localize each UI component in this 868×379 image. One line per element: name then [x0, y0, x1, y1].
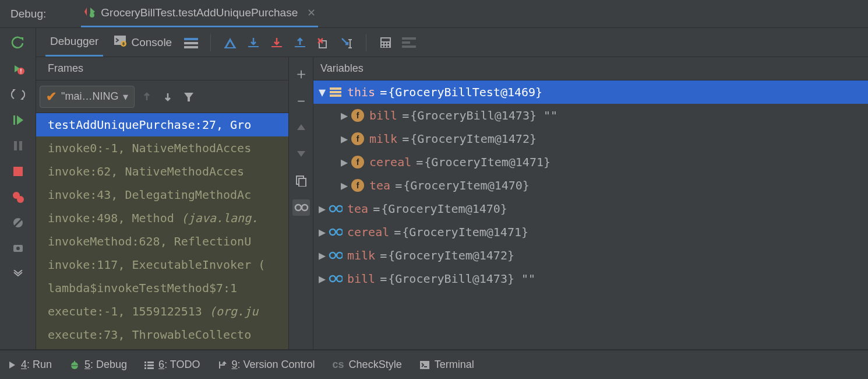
variable-row[interactable]: ▶ftea= {GroceryItem@1470} [313, 174, 868, 197]
toolwindow-version-control[interactable]: 9: Version Control [217, 359, 315, 371]
rerun-button[interactable] [9, 35, 27, 51]
drop-frame-button[interactable] [315, 34, 332, 51]
pause-button[interactable] [9, 138, 27, 154]
tab-debugger[interactable]: Debugger [45, 28, 103, 57]
variable-row[interactable]: ▼this= {GroceryBillTest@1469} [313, 80, 868, 104]
frame-row[interactable]: invoke:43, DelegatingMethodAc [36, 183, 288, 206]
mute-breakpoints-button[interactable] [9, 215, 27, 231]
svg-point-0 [90, 13, 94, 17]
move-watch-up-button[interactable] [292, 119, 310, 135]
chevron-down-icon: ▾ [123, 90, 128, 103]
toolwindow-bar: 4: Run 5: Debug 6: TODO 9: Version Contr… [0, 350, 868, 379]
toolwindow-terminal[interactable]: Terminal [419, 359, 474, 371]
debug-tab-bar: Debug: GroceryBillTest.testAddUniquePurc… [0, 0, 868, 28]
prev-frame-button[interactable] [138, 88, 156, 106]
svg-point-50 [330, 252, 336, 258]
rerun-failed-button[interactable]: ! [9, 61, 27, 77]
threads-view-icon[interactable] [182, 34, 200, 51]
step-into-button[interactable] [268, 34, 285, 51]
get-thread-dump-button[interactable] [9, 240, 27, 257]
svg-rect-60 [147, 362, 154, 363]
close-icon[interactable]: ✕ [302, 6, 316, 19]
svg-rect-35 [387, 45, 389, 47]
checkstyle-icon: cs [333, 359, 344, 371]
duplicate-watch-button[interactable] [292, 173, 310, 189]
filter-frames-button[interactable] [180, 88, 197, 106]
svg-rect-36 [402, 37, 416, 40]
variable-row[interactable]: ▶tea= {GroceryItem@1470} [313, 197, 868, 220]
frame-row[interactable]: invoke:62, NativeMethodAcces [36, 160, 288, 183]
svg-rect-32 [387, 43, 389, 44]
svg-point-8 [17, 196, 24, 203]
debugger-subtab-bar: Debugger Console [36, 28, 868, 57]
move-watch-down-button[interactable] [292, 146, 310, 162]
remove-watch-button[interactable]: － [292, 92, 310, 108]
toolwindow-todo[interactable]: 6: TODO [144, 359, 200, 371]
svg-rect-3 [13, 115, 15, 125]
frame-row[interactable]: invoke0:-1, NativeMethodAcces [36, 136, 288, 160]
variable-row[interactable]: ▶cereal= {GroceryItem@1471} [313, 220, 868, 244]
toggle-auto-test-button[interactable] [9, 86, 27, 103]
svg-text:!: ! [20, 68, 22, 75]
frame-row[interactable]: testAddUniquePurchase:27, Gro [36, 113, 288, 136]
step-over-button[interactable] [245, 34, 262, 51]
variables-gutter: ＋ － [289, 57, 313, 349]
variable-row[interactable]: ▶fmilk= {GroceryItem@1472} [313, 127, 868, 150]
bug-icon [69, 360, 80, 370]
view-breakpoints-button[interactable] [9, 189, 27, 205]
console-icon [114, 35, 126, 50]
thread-selector[interactable]: ✔ "mai…NING ▾ [40, 86, 135, 108]
svg-rect-29 [382, 38, 390, 41]
test-config-icon [83, 5, 96, 21]
svg-rect-16 [184, 42, 198, 44]
trace-current-stream-chain-button[interactable] [400, 34, 418, 51]
variable-row[interactable]: ▶milk= {GroceryItem@1472} [313, 244, 868, 267]
svg-rect-65 [420, 361, 429, 369]
resume-button[interactable] [9, 112, 27, 128]
show-watches-button[interactable] [292, 199, 310, 216]
toolwindow-run[interactable]: 4: Run [8, 359, 52, 371]
new-watch-button[interactable]: ＋ [292, 65, 310, 82]
debug-left-toolbar: ! [0, 28, 36, 349]
svg-rect-31 [384, 43, 386, 44]
svg-point-53 [330, 276, 336, 282]
toolwindow-checkstyle[interactable]: cs CheckStyle [333, 359, 402, 371]
frame-row[interactable]: invoke:498, Method (java.lang. [36, 206, 288, 230]
svg-point-41 [295, 205, 301, 210]
svg-point-45 [337, 206, 343, 212]
svg-rect-30 [382, 43, 383, 44]
frames-panel: Frames ✔ "mai…NING ▾ [36, 57, 289, 349]
frame-row[interactable]: execute:73, ThrowableCollecto [36, 323, 288, 346]
variable-row[interactable]: ▶fcereal= {GroceryItem@1471} [313, 150, 868, 174]
svg-rect-37 [402, 41, 410, 44]
frames-list[interactable]: testAddUniquePurchase:27, Groinvoke0:-1,… [36, 113, 288, 349]
tab-title: GroceryBillTest.testAddUniquePurchase [101, 6, 298, 19]
svg-rect-17 [184, 46, 198, 48]
frame-row[interactable]: lambda$invokeTestMethod$7:1 [36, 276, 288, 300]
frame-row[interactable]: invoke:117, ExecutableInvoker ( [36, 253, 288, 276]
svg-point-44 [330, 206, 336, 212]
svg-rect-63 [144, 367, 146, 369]
evaluate-expression-button[interactable] [377, 34, 394, 51]
next-frame-button[interactable] [159, 88, 177, 106]
svg-rect-6 [13, 167, 23, 176]
toolwindow-debug[interactable]: 5: Debug [69, 359, 127, 371]
step-out-button[interactable] [291, 34, 309, 51]
play-icon [8, 361, 16, 369]
debug-config-tab[interactable]: GroceryBillTest.testAddUniquePurchase ✕ [81, 0, 318, 27]
svg-rect-64 [147, 367, 154, 369]
svg-point-51 [337, 252, 343, 258]
variable-row[interactable]: ▶fbill= {GroceryBill@1473} "" [313, 104, 868, 127]
variable-row[interactable]: ▶bill= {GroceryBill@1473} "" [313, 267, 868, 290]
svg-rect-38 [402, 45, 416, 48]
check-icon: ✔ [46, 89, 57, 104]
svg-rect-34 [384, 45, 386, 47]
more-icon[interactable] [9, 266, 27, 282]
tab-console[interactable]: Console [109, 28, 177, 57]
variables-list[interactable]: ▼this= {GroceryBillTest@1469}▶fbill= {Gr… [313, 80, 868, 349]
run-to-cursor-button[interactable] [338, 34, 355, 51]
frame-row[interactable]: invokeMethod:628, ReflectionU [36, 230, 288, 253]
frame-row[interactable]: execute:-1, 1559122513 (org.ju [36, 300, 288, 323]
show-execution-point-button[interactable] [221, 34, 239, 51]
stop-button[interactable] [9, 163, 27, 180]
